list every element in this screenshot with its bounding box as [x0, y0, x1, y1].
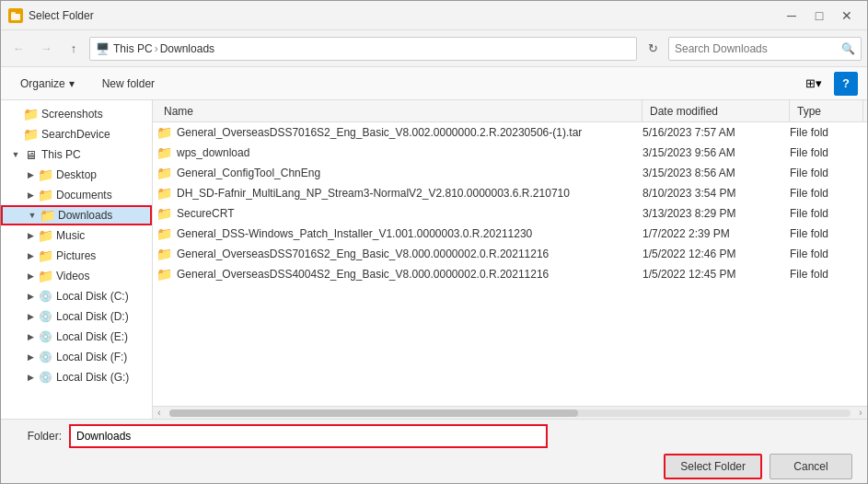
file-date: 3/13/2023 8:29 PM [642, 207, 790, 220]
sidebar-label-desktop: Desktop [56, 168, 97, 181]
refresh-button[interactable]: ↻ [641, 37, 665, 61]
disk-icon-g: 💿 [38, 370, 52, 385]
file-name: General_ConfigTool_ChnEng [177, 167, 642, 179]
file-type: File fold [790, 187, 863, 200]
address-path[interactable]: 🖥️ This PC › Downloads [89, 37, 637, 61]
file-name: DH_SD-Fafnir_MultiLang_NP_Stream3-Normal… [177, 187, 642, 200]
minimize-button[interactable]: ─ [779, 6, 804, 26]
toggle-documents: ▶ [23, 190, 38, 200]
folder-icon-pictures: 📁 [38, 248, 52, 263]
file-folder-icon: 📁 [156, 247, 171, 261]
col-header-type[interactable]: Type [790, 100, 863, 121]
file-folder-icon: 📁 [156, 206, 171, 221]
folder-icon-downloads: 📁 [40, 208, 54, 223]
file-name: General_OverseasDSS7016S2_Eng_Basic_V8.0… [177, 248, 642, 260]
sidebar-label-locale: Local Disk (E:) [56, 330, 128, 343]
sidebar-item-localc[interactable]: ▶ 💿 Local Disk (C:) [1, 286, 152, 306]
sidebar-item-searchdevice[interactable]: 📁 SearchDevice [1, 124, 152, 144]
file-list: 📁 General_OverseasDSS7016S2_Eng_Basic_V8… [153, 122, 867, 406]
sidebar-item-localg[interactable]: ▶ 💿 Local Disk (G:) [1, 367, 152, 387]
table-row[interactable]: 📁 General_DSS-Windows_Patch_Installer_V1… [153, 224, 867, 244]
sidebar-item-music[interactable]: ▶ 📁 Music [1, 225, 152, 246]
table-row[interactable]: 📁 General_OverseasDSS7016S2_Eng_Basic_V8… [153, 122, 867, 143]
toggle-localc: ▶ [23, 292, 38, 301]
file-date: 8/10/2023 3:54 PM [642, 187, 790, 200]
search-box: 🔍 [668, 37, 862, 61]
table-row[interactable]: 📁 wps_download 3/15/2023 9:56 AM File fo… [153, 143, 867, 163]
sidebar-label-music: Music [56, 229, 85, 242]
file-list-header: Name Date modified Type [153, 100, 867, 122]
disk-icon-c: 💿 [38, 289, 52, 304]
toggle-thispc: ▼ [8, 150, 23, 159]
file-folder-icon: 📁 [156, 226, 171, 241]
file-date: 5/16/2023 7:57 AM [642, 126, 790, 139]
button-row: Select Folder Cancel [1, 454, 867, 479]
sidebar-item-locale[interactable]: ▶ 💿 Local Disk (E:) [1, 327, 152, 347]
horizontal-scrollbar[interactable]: ‹ › [153, 406, 867, 419]
toggle-pictures: ▶ [23, 251, 38, 260]
disk-icon-f: 💿 [38, 350, 52, 364]
close-button[interactable]: ✕ [834, 6, 860, 26]
table-row[interactable]: 📁 SecureCRT 3/13/2023 8:29 PM File fold [153, 203, 867, 224]
sidebar-item-documents[interactable]: ▶ 📁 Documents [1, 185, 152, 205]
address-bar: ← → ↑ 🖥️ This PC › Downloads ↻ 🔍 [1, 30, 867, 67]
sidebar-item-thispc[interactable]: ▼ 🖥 This PC [1, 144, 152, 165]
file-date: 1/5/2022 12:45 PM [642, 268, 790, 281]
sidebar-label-pictures: Pictures [56, 249, 96, 262]
file-folder-icon: 📁 [156, 267, 171, 282]
file-date: 1/5/2022 12:46 PM [642, 248, 790, 260]
sidebar-label-downloads: Downloads [58, 209, 112, 222]
folder-icon-documents: 📁 [38, 188, 52, 202]
folder-label: Folder: [16, 430, 62, 443]
folder-icon-videos: 📁 [38, 269, 52, 283]
up-button[interactable]: ↑ [62, 37, 86, 61]
file-type: File fold [790, 146, 863, 159]
path-downloads: Downloads [160, 42, 214, 55]
cancel-button[interactable]: Cancel [770, 454, 852, 479]
table-row[interactable]: 📁 General_OverseasDSS7016S2_Eng_Basic_V8… [153, 244, 867, 264]
hscroll-thumb[interactable] [169, 409, 578, 417]
sidebar-label-locald: Local Disk (D:) [56, 310, 129, 323]
disk-icon-e: 💿 [38, 329, 52, 344]
sidebar-label-localc: Local Disk (C:) [56, 290, 129, 303]
table-row[interactable]: 📁 General_ConfigTool_ChnEng 3/15/2023 8:… [153, 163, 867, 183]
back-button[interactable]: ← [6, 37, 30, 61]
sidebar-item-videos[interactable]: ▶ 📁 Videos [1, 266, 152, 286]
forward-button[interactable]: → [34, 37, 58, 61]
file-type: File fold [790, 268, 863, 281]
view-button[interactable]: ⊞ ▾ [801, 72, 827, 96]
new-folder-button[interactable]: New folder [92, 72, 165, 96]
maximize-button[interactable]: □ [806, 6, 832, 26]
organize-label: Organize [20, 77, 65, 90]
organize-button[interactable]: Organize ▾ [10, 72, 85, 96]
sidebar-item-locald[interactable]: ▶ 💿 Local Disk (D:) [1, 306, 152, 327]
svg-rect-1 [11, 12, 16, 15]
new-folder-label: New folder [102, 77, 155, 90]
toolbar: Organize ▾ New folder ⊞ ▾ ? [1, 67, 867, 100]
hscroll-right-btn[interactable]: › [854, 407, 867, 420]
file-type: File fold [790, 167, 863, 179]
sidebar-item-screenshots[interactable]: 📁 Screenshots [1, 104, 152, 124]
hscroll-left-btn[interactable]: ‹ [153, 407, 166, 420]
sidebar-item-pictures[interactable]: ▶ 📁 Pictures [1, 246, 152, 266]
file-date: 3/15/2023 8:56 AM [642, 167, 790, 179]
file-name: General_OverseasDSS7016S2_Eng_Basic_V8.0… [177, 126, 642, 139]
col-date-label: Date modified [650, 105, 718, 118]
search-input[interactable] [675, 42, 841, 55]
sidebar-item-desktop[interactable]: ▶ 📁 Desktop [1, 165, 152, 185]
sidebar-label-localf: Local Disk (F:) [56, 351, 127, 363]
table-row[interactable]: 📁 General_OverseasDSS4004S2_Eng_Basic_V8… [153, 264, 867, 284]
select-folder-button[interactable]: Select Folder [664, 454, 762, 479]
toggle-localg: ▶ [23, 373, 38, 382]
folder-input[interactable] [69, 424, 548, 448]
table-row[interactable]: 📁 DH_SD-Fafnir_MultiLang_NP_Stream3-Norm… [153, 183, 867, 203]
sidebar-item-downloads[interactable]: ▼ 📁 Downloads [1, 205, 152, 225]
title-bar-icon [8, 8, 23, 23]
col-header-date[interactable]: Date modified [642, 100, 790, 121]
col-header-name[interactable]: Name [156, 100, 642, 121]
file-folder-icon: 📁 [156, 186, 171, 201]
sidebar-item-localf[interactable]: ▶ 💿 Local Disk (F:) [1, 347, 152, 367]
help-button[interactable]: ? [834, 72, 858, 96]
sidebar-label-localg: Local Disk (G:) [56, 371, 129, 384]
sidebar-label-searchdevice: SearchDevice [41, 128, 110, 141]
